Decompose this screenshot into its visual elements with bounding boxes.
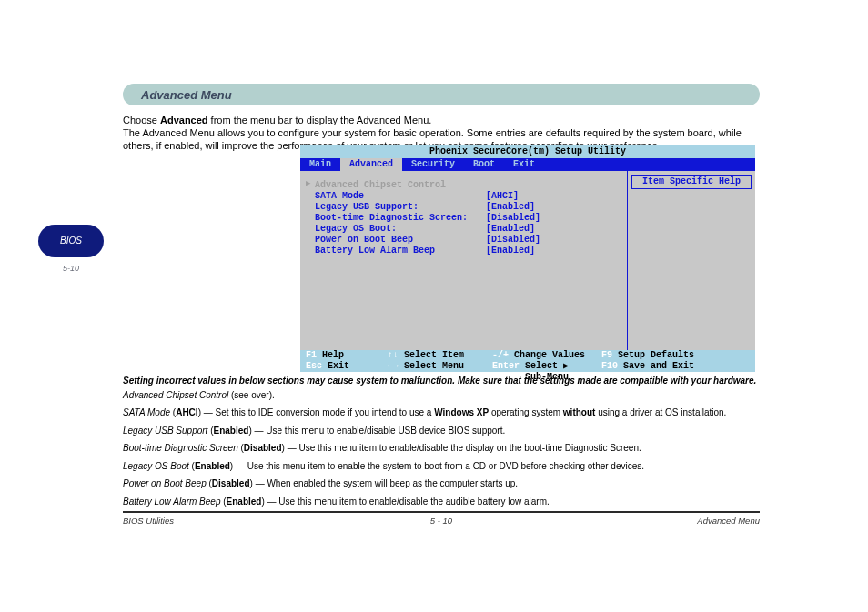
bios-title: Phoenix SecureCore(tm) Setup Utility — [300, 145, 755, 158]
footer-left: BIOS Utilities — [123, 516, 335, 526]
bios-option-value: [Enabled] — [486, 202, 620, 212]
bios-tab-main[interactable]: Main — [300, 158, 340, 171]
page-footer: BIOS Utilities 5 - 10 Advanced Menu — [123, 511, 760, 526]
bios-option-label: Battery Low Alarm Beep — [315, 246, 486, 256]
bios-footer-key: F10Save and Exit — [596, 361, 755, 372]
bios-screenshot: Phoenix SecureCore(tm) Setup Utility Mai… — [300, 145, 755, 372]
note-line: Legacy OS Boot (Enabled) — Use this menu… — [123, 460, 760, 473]
bios-option-label: Legacy USB Support: — [315, 202, 486, 212]
bios-option-label: SATA Mode — [315, 191, 486, 201]
bios-tab-security[interactable]: Security — [402, 158, 464, 171]
note-line: Legacy USB Support (Enabled) — Use this … — [123, 425, 760, 437]
bios-menu-bar: MainAdvancedSecurityBootExit — [300, 158, 755, 171]
bios-option-row[interactable]: SATA Mode[AHCI] — [315, 191, 620, 201]
note-line: Advanced Chipset Control (see over). — [123, 389, 760, 402]
bios-tab-exit[interactable]: Exit — [504, 158, 544, 171]
bios-footer: F1Help↑↓Select Item-/+Change ValuesF9Set… — [300, 350, 755, 372]
bios-footer-key: F1Help — [300, 350, 382, 361]
bios-option-row[interactable]: Boot-time Diagnostic Screen:[Disabled] — [315, 213, 620, 223]
bios-option-label: Power on Boot Beep — [315, 235, 486, 245]
footer-center: 5 - 10 — [335, 516, 547, 526]
note-line: Power on Boot Beep (Disabled) — When ena… — [123, 477, 760, 490]
bios-options-panel: ▶ Advanced Chipset ControlSATA Mode[AHCI… — [300, 171, 628, 350]
bios-option-value: [Disabled] — [486, 213, 620, 223]
bios-option-row[interactable]: Legacy OS Boot:[Enabled] — [315, 224, 620, 234]
bios-option-row[interactable]: Power on Boot Beep[Disabled] — [315, 235, 620, 245]
bios-footer-key: EnterSelect ▶ Sub-Menu — [487, 361, 596, 372]
note-line: SATA Mode (AHCI) — Set this to IDE conve… — [123, 406, 760, 419]
bios-footer-key: ←→Select Menu — [382, 361, 487, 372]
bios-option-row[interactable]: Advanced Chipset Control — [315, 180, 620, 190]
notes-header: Setting incorrect values in below sectio… — [123, 375, 760, 387]
bios-option-label: Boot-time Diagnostic Screen: — [315, 213, 486, 223]
bios-option-label: Advanced Chipset Control — [315, 180, 486, 190]
side-badge: BIOS — [38, 225, 104, 257]
bios-footer-key: EscExit — [300, 361, 382, 372]
notes-block: Setting incorrect values in below sectio… — [123, 375, 760, 513]
note-line: Battery Low Alarm Beep (Enabled) — Use t… — [123, 496, 760, 508]
bios-option-value — [486, 180, 620, 190]
bios-body: ▶ Advanced Chipset ControlSATA Mode[AHCI… — [300, 171, 755, 350]
bios-option-value: [AHCI] — [486, 191, 620, 201]
bios-option-value: [Disabled] — [486, 235, 620, 245]
document-page: Advanced Menu Choose Advanced from the m… — [0, 0, 868, 612]
bios-option-row[interactable]: Battery Low Alarm Beep[Enabled] — [315, 246, 620, 256]
bios-footer-key: F9Setup Defaults — [596, 350, 755, 361]
bios-tab-advanced[interactable]: Advanced — [340, 158, 402, 171]
bios-option-label: Legacy OS Boot: — [315, 224, 486, 234]
section-header: Advanced Menu — [141, 88, 232, 102]
bios-footer-key: ↑↓Select Item — [382, 350, 487, 361]
bios-option-value: [Enabled] — [486, 224, 620, 234]
bios-option-row[interactable]: Legacy USB Support:[Enabled] — [315, 202, 620, 212]
bios-help-panel: Item Specific Help — [628, 171, 755, 350]
triangle-right-icon: ▶ — [306, 180, 310, 189]
note-line: Boot-time Diagnostic Screen (Disabled) —… — [123, 442, 760, 455]
side-page-number: 5-10 — [38, 264, 104, 273]
bios-footer-key: -/+Change Values — [487, 350, 596, 361]
bios-option-value: [Enabled] — [486, 246, 620, 256]
footer-right: Advanced Menu — [548, 516, 760, 526]
bios-tab-boot[interactable]: Boot — [464, 158, 504, 171]
help-title: Item Specific Help — [631, 175, 752, 189]
